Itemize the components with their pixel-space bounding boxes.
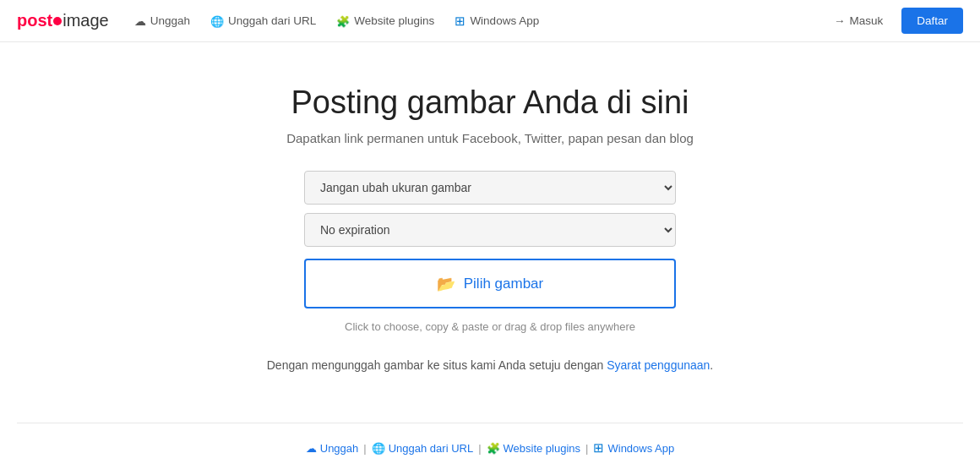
globe-icon: [210, 14, 224, 28]
page-subtitle: Dapatkan link permanen untuk Facebook, T…: [286, 131, 694, 145]
expiry-select[interactable]: No expiration 1 hour 1 day 1 week 1 mont…: [304, 213, 676, 247]
register-label: Daftar: [917, 14, 948, 27]
register-button[interactable]: Daftar: [901, 8, 963, 34]
footer-globe-icon: [372, 442, 385, 455]
choose-button[interactable]: Pilih gambar: [304, 259, 676, 308]
terms-suffix: .: [710, 358, 713, 372]
page-title: Posting gambar Anda di sini: [291, 85, 689, 121]
footer-website-plugins-label: Website plugins: [504, 442, 581, 455]
login-button[interactable]: → Masuk: [822, 9, 895, 32]
footer-unggah-label: Unggah: [320, 442, 359, 455]
folder-icon: [437, 274, 455, 293]
logo-post: post: [17, 11, 52, 30]
nav-website-plugins[interactable]: Website plugins: [328, 9, 443, 33]
choose-label: Pilih gambar: [464, 276, 544, 292]
footer-upload-icon: [306, 442, 317, 455]
header-actions: → Masuk Daftar: [822, 8, 963, 34]
windows-icon: [455, 14, 466, 29]
drag-hint: Click to choose, copy & paste or drag & …: [304, 320, 676, 333]
nav-windows-app-label: Windows App: [470, 14, 539, 27]
terms-text: Dengan mengunggah gambar ke situs kami A…: [267, 358, 714, 372]
footer-windows-icon: [593, 440, 604, 456]
footer-windows-app-label: Windows App: [607, 442, 674, 455]
main-nav: Unggah Unggah dari URL Website plugins W…: [126, 8, 819, 34]
upload-icon: [134, 14, 146, 28]
nav-upload[interactable]: Unggah: [126, 9, 199, 33]
size-select[interactable]: Jangan ubah ukuran gambar 240x180 320x24…: [304, 171, 676, 205]
nav-windows-app[interactable]: Windows App: [446, 8, 547, 34]
terms-prefix: Dengan mengunggah gambar ke situs kami A…: [267, 358, 604, 372]
nav-website-plugins-label: Website plugins: [354, 14, 434, 27]
login-label: Masuk: [849, 14, 883, 27]
footer-unggah[interactable]: Unggah: [306, 442, 359, 455]
sep2: |: [478, 442, 481, 455]
nav-upload-label: Unggah: [150, 14, 190, 27]
sep1: |: [363, 442, 366, 455]
main-content: Posting gambar Anda di sini Dapatkan lin…: [0, 42, 980, 464]
nav-upload-url[interactable]: Unggah dari URL: [202, 9, 324, 33]
logo[interactable]: postimage: [17, 11, 109, 30]
footer: Unggah | Unggah dari URL | Website plugi…: [17, 423, 963, 464]
puzzle-icon: [336, 14, 350, 28]
signin-icon: →: [834, 14, 846, 27]
footer-links-primary: Unggah | Unggah dari URL | Website plugi…: [17, 440, 963, 456]
nav-upload-url-label: Unggah dari URL: [228, 14, 316, 27]
logo-dot: [53, 17, 62, 25]
upload-form: Jangan ubah ukuran gambar 240x180 320x24…: [304, 171, 676, 333]
footer-website-plugins[interactable]: Website plugins: [487, 442, 581, 455]
terms-link[interactable]: Syarat penggunaan: [607, 358, 710, 372]
footer-unggah-url-label: Unggah dari URL: [389, 442, 473, 455]
logo-image: image: [63, 11, 108, 30]
sep3: |: [585, 442, 588, 455]
footer-windows-app[interactable]: Windows App: [593, 440, 674, 456]
footer-unggah-url[interactable]: Unggah dari URL: [372, 442, 473, 455]
footer-puzzle-icon: [487, 442, 500, 455]
